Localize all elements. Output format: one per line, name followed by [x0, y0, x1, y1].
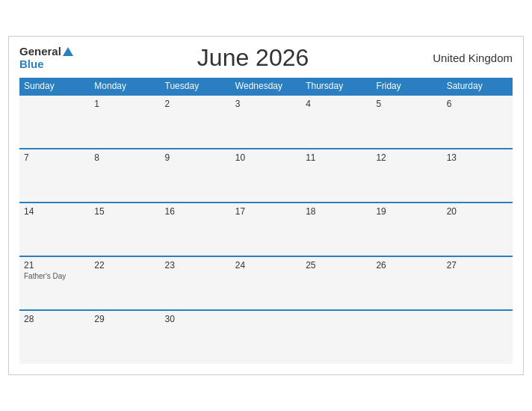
col-sunday: Sunday — [19, 78, 90, 95]
day-number: 19 — [376, 206, 437, 217]
calendar-body: 123456789101112131415161718192021Father'… — [19, 95, 513, 364]
col-monday: Monday — [90, 78, 160, 95]
calendar-cell — [371, 310, 442, 364]
calendar-cell: 28 — [19, 310, 90, 364]
calendar-container: General Blue June 2026 United Kingdom Su… — [8, 36, 524, 375]
day-number: 16 — [165, 206, 226, 217]
calendar-cell — [231, 310, 301, 364]
calendar-cell: 12 — [371, 149, 442, 203]
calendar-cell: 21Father's Day — [19, 256, 90, 310]
day-number: 9 — [165, 152, 226, 163]
calendar-cell: 8 — [90, 149, 160, 203]
day-number: 18 — [306, 206, 367, 217]
weekday-header-row: Sunday Monday Tuesday Wednesday Thursday… — [19, 78, 513, 95]
calendar-week-row: 123456 — [19, 95, 513, 149]
day-number: 28 — [24, 314, 85, 324]
calendar-cell: 18 — [301, 203, 371, 256]
day-number: 20 — [447, 206, 508, 217]
day-number: 30 — [165, 314, 226, 324]
day-number: 10 — [235, 152, 297, 163]
day-number: 11 — [306, 152, 367, 163]
calendar-cell: 1 — [90, 95, 160, 149]
calendar-table: Sunday Monday Tuesday Wednesday Thursday… — [19, 78, 513, 364]
logo-triangle-icon — [63, 47, 73, 56]
calendar-week-row: 282930 — [19, 310, 513, 364]
calendar-cell: 3 — [231, 95, 301, 149]
calendar-cell: 10 — [231, 149, 301, 203]
calendar-thead: Sunday Monday Tuesday Wednesday Thursday… — [19, 78, 513, 95]
calendar-cell: 2 — [161, 95, 231, 149]
calendar-week-row: 21Father's Day222324252627 — [19, 256, 513, 310]
calendar-cell: 23 — [161, 256, 231, 310]
col-tuesday: Tuesday — [161, 78, 231, 95]
day-number: 12 — [376, 152, 437, 163]
day-number: 13 — [447, 152, 508, 163]
calendar-cell: 29 — [90, 310, 160, 364]
calendar-cell: 5 — [371, 95, 442, 149]
calendar-region: United Kingdom — [433, 52, 513, 64]
calendar-week-row: 14151617181920 — [19, 203, 513, 256]
day-number: 5 — [376, 99, 437, 109]
day-number: 24 — [235, 260, 297, 271]
calendar-cell — [301, 310, 371, 364]
day-number: 2 — [165, 99, 226, 109]
calendar-cell: 17 — [231, 203, 301, 256]
calendar-cell — [442, 310, 513, 364]
calendar-header: General Blue June 2026 United Kingdom — [19, 44, 513, 72]
calendar-cell: 25 — [301, 256, 371, 310]
calendar-cell: 19 — [371, 203, 442, 256]
calendar-cell: 11 — [301, 149, 371, 203]
calendar-week-row: 78910111213 — [19, 149, 513, 203]
logo: General Blue — [19, 46, 73, 70]
day-number: 15 — [94, 206, 155, 217]
day-number: 21 — [24, 260, 85, 271]
day-number: 29 — [94, 314, 155, 324]
holiday-label: Father's Day — [24, 272, 85, 280]
calendar-cell — [19, 95, 90, 149]
day-number: 3 — [235, 99, 297, 109]
calendar-cell: 26 — [371, 256, 442, 310]
calendar-cell: 9 — [161, 149, 231, 203]
col-wednesday: Wednesday — [231, 78, 301, 95]
calendar-cell: 27 — [442, 256, 513, 310]
day-number: 8 — [94, 152, 155, 163]
day-number: 14 — [24, 206, 85, 217]
logo-blue-text: Blue — [19, 58, 73, 71]
col-friday: Friday — [371, 78, 442, 95]
day-number: 1 — [94, 99, 155, 109]
calendar-title: June 2026 — [197, 44, 309, 72]
logo-general-text: General — [19, 46, 61, 58]
day-number: 4 — [306, 99, 367, 109]
calendar-cell: 14 — [19, 203, 90, 256]
col-saturday: Saturday — [442, 78, 513, 95]
calendar-cell: 30 — [161, 310, 231, 364]
day-number: 17 — [235, 206, 297, 217]
day-number: 26 — [376, 260, 437, 271]
calendar-cell: 20 — [442, 203, 513, 256]
day-number: 25 — [306, 260, 367, 271]
calendar-cell: 24 — [231, 256, 301, 310]
calendar-cell: 22 — [90, 256, 160, 310]
calendar-cell: 15 — [90, 203, 160, 256]
calendar-cell: 16 — [161, 203, 231, 256]
day-number: 27 — [447, 260, 508, 271]
day-number: 6 — [447, 99, 508, 109]
calendar-cell: 4 — [301, 95, 371, 149]
calendar-cell: 7 — [19, 149, 90, 203]
col-thursday: Thursday — [301, 78, 371, 95]
calendar-cell: 6 — [442, 95, 513, 149]
calendar-cell: 13 — [442, 149, 513, 203]
day-number: 23 — [165, 260, 226, 271]
day-number: 7 — [24, 152, 85, 163]
day-number: 22 — [94, 260, 155, 271]
